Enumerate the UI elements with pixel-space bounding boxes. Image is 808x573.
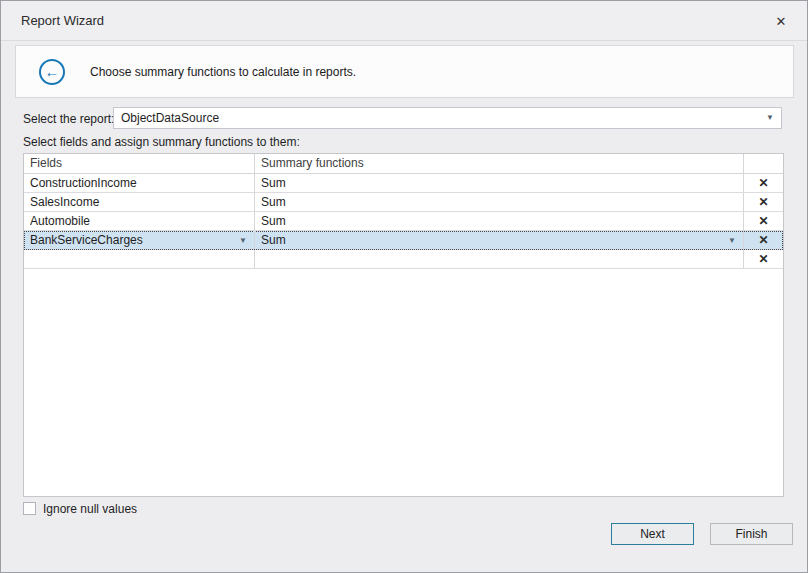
delete-row-icon[interactable]: ✕ [750,212,777,230]
delete-row-icon[interactable]: ✕ [750,250,777,268]
table-row: Automobile Sum ✕ [24,212,783,231]
field-cell[interactable]: Automobile [24,212,255,230]
table-row: ConstructionIncome Sum ✕ [24,174,783,193]
next-button[interactable]: Next [611,523,694,545]
back-arrow-icon[interactable]: ← [39,59,65,85]
table-row-empty: ✕ [24,250,783,269]
delete-row-icon[interactable]: ✕ [750,193,777,211]
grid-header-row: Fields Summary functions [24,154,783,174]
table-row-selected: BankServiceCharges ▼ Sum ▼ ✕ [24,231,783,250]
delete-row-icon[interactable]: ✕ [750,174,777,192]
field-cell[interactable]: BankServiceCharges ▼ [24,231,255,249]
delete-row-icon[interactable]: ✕ [750,231,777,249]
summary-fields-grid: Fields Summary functions ConstructionInc… [23,153,784,497]
window-title: Report Wizard [21,1,104,41]
summary-cell-value: Sum [261,233,286,247]
summary-cell[interactable]: Sum ▼ [255,231,744,249]
report-wizard-dialog: Report Wizard ✕ ← Choose summary functio… [0,0,808,573]
select-fields-label: Select fields and assign summary functio… [23,135,300,149]
select-report-label: Select the report: [23,112,114,126]
chevron-down-icon[interactable]: ▼ [239,231,247,249]
summary-cell[interactable]: Sum [255,212,744,230]
summary-cell[interactable]: Sum [255,193,744,211]
summary-cell[interactable] [255,250,744,268]
table-row: SalesIncome Sum ✕ [24,193,783,212]
report-combobox[interactable]: ObjectDataSource ▼ [113,107,782,129]
field-cell[interactable]: SalesIncome [24,193,255,211]
field-cell[interactable] [24,250,255,268]
finish-button[interactable]: Finish [710,523,793,545]
chevron-down-icon[interactable]: ▼ [766,108,774,128]
wizard-header-panel: ← Choose summary functions to calculate … [15,45,794,98]
column-header-fields: Fields [24,154,255,173]
summary-cell[interactable]: Sum [255,174,744,192]
titlebar: Report Wizard ✕ [1,1,807,41]
report-combobox-value: ObjectDataSource [121,108,219,128]
field-cell[interactable]: ConstructionIncome [24,174,255,192]
ignore-null-checkbox[interactable] [23,502,36,515]
chevron-down-icon[interactable]: ▼ [728,231,736,249]
close-icon[interactable]: ✕ [769,10,793,34]
field-cell-value: BankServiceCharges [30,233,143,247]
wizard-step-description: Choose summary functions to calculate in… [90,46,356,99]
column-header-summary-functions: Summary functions [255,154,744,173]
ignore-null-label: Ignore null values [43,501,137,517]
column-header-delete [744,154,783,173]
